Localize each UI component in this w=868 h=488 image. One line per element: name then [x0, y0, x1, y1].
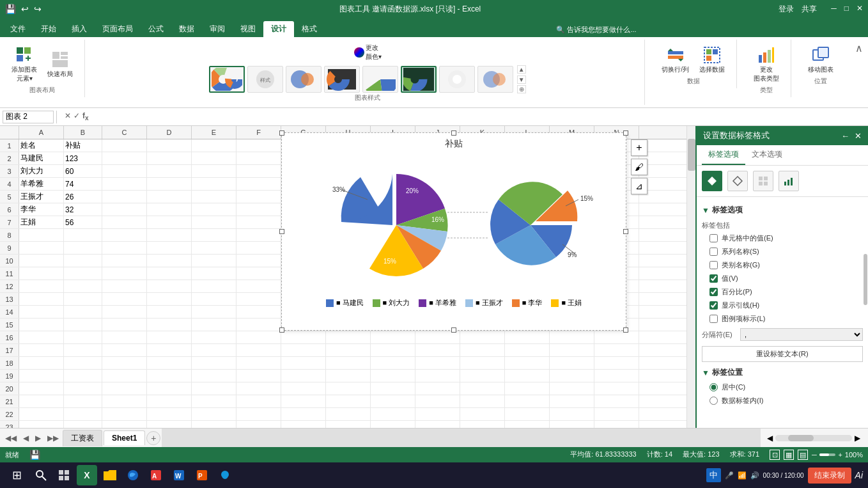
cell-16-L[interactable] [505, 331, 550, 343]
resize-handle-mr[interactable] [623, 229, 628, 234]
redo-icon[interactable]: ↪ [34, 4, 42, 14]
maximize-button[interactable]: □ [844, 4, 849, 15]
cell-10-D[interactable] [147, 255, 192, 267]
cell-13-F[interactable] [236, 293, 281, 305]
checkbox-category-name[interactable]: 类别名称(G) [702, 258, 863, 272]
cell-16-C[interactable] [102, 331, 147, 343]
cell-11-E[interactable] [192, 267, 236, 279]
cell-21-E[interactable] [192, 395, 236, 407]
cell-21-M[interactable] [550, 395, 594, 407]
cell-21-D[interactable] [147, 395, 192, 407]
col-header-e[interactable]: E [192, 126, 236, 139]
page-layout-view-btn[interactable]: ▦ [784, 450, 794, 460]
cell-22-K[interactable] [460, 408, 505, 420]
cell-21-C[interactable] [102, 395, 147, 407]
chart-filter-button[interactable]: ⊿ [631, 178, 647, 194]
cell-21-F[interactable] [236, 395, 281, 407]
cell-20-a[interactable] [19, 382, 64, 395]
taskbar-powerpoint[interactable]: P [192, 465, 212, 485]
cell-3-F[interactable] [236, 165, 281, 177]
cell-17-G[interactable] [281, 344, 326, 356]
table-row[interactable]: 19 [0, 370, 695, 382]
tell-me-box[interactable]: 🔍 告诉我您想要做什么... [325, 25, 868, 37]
cell-9-C[interactable] [102, 242, 147, 254]
cell-19-G[interactable] [281, 370, 326, 382]
vertical-scrollbar[interactable] [686, 126, 695, 428]
cell-6-F[interactable] [236, 203, 281, 216]
cell-23-F[interactable] [236, 421, 281, 428]
panel-icon-effects[interactable] [753, 171, 773, 191]
cell-16-D[interactable] [147, 331, 192, 343]
cell-2-b[interactable]: 123 [64, 152, 102, 164]
cell-19-J[interactable] [415, 370, 460, 382]
cell-12-a[interactable] [19, 280, 64, 292]
cell-23-C[interactable] [102, 421, 147, 428]
cell-11-F[interactable] [236, 267, 281, 279]
scroll-thumb[interactable] [688, 139, 695, 171]
cell-15-a[interactable] [19, 319, 64, 331]
cell-21-L[interactable] [505, 395, 550, 407]
stop-record-button[interactable]: 结束录制 [808, 468, 851, 484]
cell-1-D[interactable] [147, 139, 192, 152]
cell-14-F[interactable] [236, 306, 281, 318]
taskbar-excel[interactable]: X [77, 465, 97, 485]
cell-20-H[interactable] [326, 382, 371, 395]
cell-18-H[interactable] [326, 357, 371, 369]
quick-layout-button[interactable]: 快速布局 [43, 47, 77, 81]
zoom-control[interactable]: ─ + 100% [812, 450, 863, 460]
col-header-a[interactable]: A [19, 126, 64, 139]
embedded-chart[interactable]: + 🖌 ⊿ 补贴 [281, 132, 626, 331]
cell-16-I[interactable] [371, 331, 415, 343]
save-icon[interactable]: 💾 [5, 4, 16, 14]
cell-12-E[interactable] [192, 280, 236, 292]
tab-insert[interactable]: 插入 [64, 21, 95, 37]
cell-11-a[interactable] [19, 267, 64, 279]
cell-22-C[interactable] [102, 408, 147, 420]
formula-input[interactable] [97, 111, 865, 123]
cell-14-D[interactable] [147, 306, 192, 318]
cell-17-F[interactable] [236, 344, 281, 356]
cell-8-C[interactable] [102, 229, 147, 241]
change-color-button[interactable]: 更改颜色▾ [349, 42, 385, 63]
cell-10-a[interactable] [19, 255, 64, 267]
cell-13-a[interactable] [19, 293, 64, 305]
cell-18-G[interactable] [281, 357, 326, 369]
tab-design[interactable]: 设计 [263, 21, 294, 37]
taskbar-keyboard-icon[interactable]: 中 [706, 468, 721, 482]
page-break-view-btn[interactable]: ▤ [798, 450, 808, 460]
col-header-d[interactable]: D [147, 126, 192, 139]
tab-view[interactable]: 视图 [233, 21, 263, 37]
resize-handle-br[interactable] [623, 327, 628, 333]
cell-4-E[interactable] [192, 178, 236, 190]
section-arrow[interactable]: ▼ [702, 206, 709, 215]
checkbox-show-lines[interactable]: 显示引线(H) [702, 299, 863, 312]
cancel-formula-icon[interactable]: ✕ [65, 111, 71, 122]
cell-17-L[interactable] [505, 344, 550, 356]
cell-22-I[interactable] [371, 408, 415, 420]
cell-22-E[interactable] [192, 408, 236, 420]
separator-select[interactable]: , ; (空行) [740, 328, 863, 341]
cell-16-E[interactable] [192, 331, 236, 343]
cell-18-N[interactable] [594, 357, 639, 369]
cell-17-b[interactable] [64, 344, 102, 356]
tab-formula[interactable]: 公式 [141, 21, 171, 37]
cell-21-a[interactable] [19, 395, 64, 407]
cell-5-F[interactable] [236, 191, 281, 203]
cell-4-C[interactable] [102, 178, 147, 190]
taskbar-edge[interactable] [123, 465, 143, 485]
cell-9-b[interactable] [64, 242, 102, 254]
cell-23-J[interactable] [415, 421, 460, 428]
cell-18-M[interactable] [550, 357, 594, 369]
chart-style-2[interactable]: 样式 [247, 66, 283, 93]
cell-20-b[interactable] [64, 382, 102, 395]
cell-19-E[interactable] [192, 370, 236, 382]
chart-style-7[interactable] [477, 66, 513, 93]
cell-4-D[interactable] [147, 178, 192, 190]
cell-19-D[interactable] [147, 370, 192, 382]
sheet-last-btn[interactable]: ▶▶ [45, 434, 61, 443]
h-scrollbar-track[interactable] [775, 435, 852, 441]
cell-16-F[interactable] [236, 331, 281, 343]
cell-18-E[interactable] [192, 357, 236, 369]
tab-file[interactable]: 文件 [3, 21, 33, 37]
h-scroll-right[interactable]: ▶ [855, 434, 860, 443]
